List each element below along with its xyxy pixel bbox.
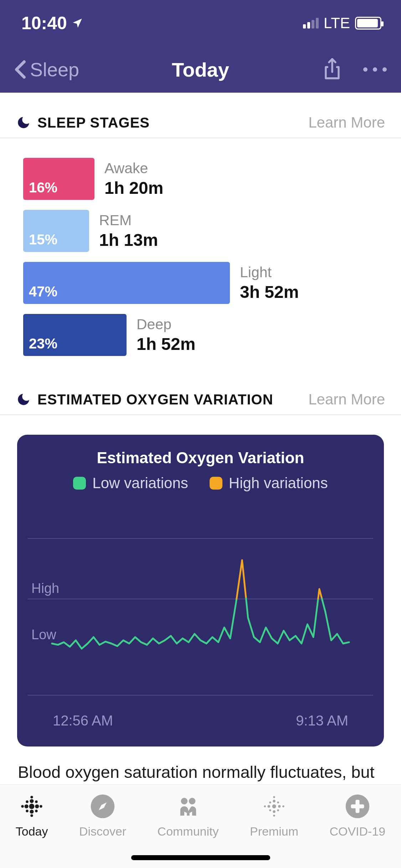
oxy-card-title: Estimated Oxygen Variation	[24, 449, 377, 467]
oxy-legend: Low variations High variations	[24, 475, 377, 492]
status-bar: 10:40 LTE	[0, 0, 401, 46]
svg-point-21	[273, 810, 275, 813]
svg-rect-32	[351, 804, 364, 808]
stage-bar: 15%	[23, 210, 89, 252]
tab-label: Discover	[79, 825, 126, 838]
stage-row-rem[interactable]: 15%REM1h 13m	[23, 210, 378, 252]
stage-text: REM1h 13m	[89, 212, 158, 250]
back-label: Sleep	[30, 58, 79, 81]
tab-icon	[344, 793, 371, 820]
svg-point-15	[181, 798, 187, 805]
section-title-stages: SLEEP STAGES	[16, 115, 150, 131]
svg-point-1	[29, 804, 35, 809]
stage-bar: 23%	[23, 314, 127, 356]
stage-text: Awake1h 20m	[94, 160, 163, 198]
svg-point-17	[272, 804, 276, 808]
svg-point-22	[264, 805, 266, 807]
page-title: Today	[172, 58, 229, 81]
tab-label: Community	[158, 825, 219, 838]
tab-discover[interactable]: Discover	[79, 793, 126, 868]
sleep-stages-chart: 16%Awake1h 20m15%REM1h 13m47%Light3h 52m…	[0, 138, 401, 391]
time-start: 12:56 AM	[53, 713, 113, 729]
nav-bar: Sleep Today	[0, 46, 401, 93]
learn-more-oxygen[interactable]: Learn More	[308, 391, 385, 408]
oxygen-variation-card[interactable]: Estimated Oxygen Variation Low variation…	[17, 435, 384, 746]
status-right: LTE	[303, 15, 381, 32]
stage-duration: 3h 52m	[240, 282, 299, 302]
section-title-oxygen: ESTIMATED OXYGEN VARIATION	[16, 392, 273, 408]
svg-point-27	[277, 801, 279, 804]
stage-label: Awake	[104, 160, 163, 177]
svg-point-13	[35, 810, 37, 812]
stage-percent: 16%	[29, 180, 57, 196]
back-button[interactable]: Sleep	[14, 58, 79, 81]
stage-label: Light	[240, 264, 299, 281]
stage-duration: 1h 13m	[99, 230, 158, 250]
stage-duration: 1h 20m	[104, 178, 163, 198]
stage-bar: 47%	[23, 262, 230, 304]
svg-point-2	[25, 804, 29, 808]
location-icon	[71, 17, 83, 29]
stage-duration: 1h 52m	[137, 334, 195, 354]
tab-covid-19[interactable]: COVID-19	[329, 793, 385, 868]
stage-bar: 16%	[23, 158, 94, 200]
legend-low: Low variations	[73, 475, 188, 492]
svg-point-4	[30, 799, 34, 803]
svg-point-9	[30, 814, 33, 817]
svg-point-5	[30, 810, 34, 813]
nav-actions	[323, 57, 387, 82]
oxy-time-axis: 12:56 AM 9:13 AM	[24, 698, 377, 736]
learn-more-stages[interactable]: Learn More	[308, 114, 385, 131]
svg-point-16	[189, 798, 195, 805]
tab-label: Premium	[250, 825, 298, 838]
status-time: 10:40	[21, 13, 67, 33]
status-left: 10:40	[21, 13, 83, 33]
more-button[interactable]	[363, 67, 387, 72]
tab-icon	[89, 793, 116, 820]
legend-low-label: Low variations	[92, 475, 188, 492]
home-indicator[interactable]	[131, 855, 270, 860]
oxygen-line-svg	[28, 510, 373, 698]
content: SLEEP STAGES Learn More 16%Awake1h 20m15…	[0, 93, 401, 795]
moon-icon	[16, 392, 31, 407]
svg-point-26	[269, 801, 271, 804]
svg-point-8	[30, 796, 33, 798]
svg-point-29	[277, 809, 279, 811]
stage-percent: 23%	[29, 336, 57, 352]
stages-title-text: SLEEP STAGES	[37, 115, 150, 131]
svg-point-28	[269, 809, 271, 811]
svg-point-6	[21, 805, 24, 807]
svg-point-7	[40, 805, 42, 807]
stage-label: Deep	[137, 316, 195, 333]
svg-point-11	[35, 800, 37, 803]
tab-today[interactable]: Today	[16, 793, 48, 868]
tab-label: Today	[16, 825, 48, 838]
svg-point-3	[35, 804, 39, 808]
tab-icon	[175, 793, 201, 820]
share-icon[interactable]	[323, 57, 342, 82]
stage-label: REM	[99, 212, 158, 229]
stage-percent: 47%	[29, 284, 57, 300]
time-end: 9:13 AM	[296, 713, 348, 729]
tab-label: COVID-19	[329, 825, 385, 838]
svg-point-24	[273, 796, 275, 798]
svg-point-18	[267, 805, 270, 807]
legend-high-label: High variations	[229, 475, 328, 492]
tab-icon	[19, 793, 45, 820]
legend-high-swatch	[210, 477, 222, 490]
svg-point-23	[282, 805, 284, 807]
legend-high: High variations	[210, 475, 328, 492]
network-label: LTE	[324, 15, 350, 32]
oxygen-title-text: ESTIMATED OXYGEN VARIATION	[37, 392, 273, 408]
battery-icon	[355, 17, 381, 30]
svg-point-20	[273, 800, 275, 802]
stage-row-deep[interactable]: 23%Deep1h 52m	[23, 314, 378, 356]
tab-bar: TodayDiscoverCommunityPremiumCOVID-19	[0, 784, 401, 868]
section-header-stages: SLEEP STAGES Learn More	[0, 114, 401, 138]
signal-icon	[303, 18, 319, 29]
moon-icon	[16, 115, 31, 130]
stage-row-light[interactable]: 47%Light3h 52m	[23, 262, 378, 304]
svg-point-10	[26, 800, 28, 803]
stage-row-awake[interactable]: 16%Awake1h 20m	[23, 158, 378, 200]
oxygen-chart: High Low	[28, 510, 373, 698]
